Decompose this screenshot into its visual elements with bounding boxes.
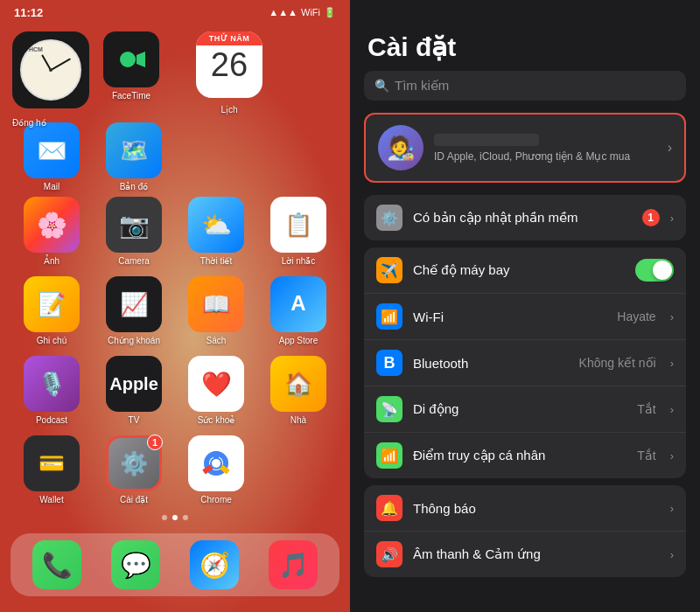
- wifi-chevron-icon: ›: [670, 310, 674, 323]
- reminder-app[interactable]: 📋 Lời nhắc: [257, 197, 340, 266]
- page-dots: [162, 515, 188, 520]
- bluetooth-row[interactable]: B Bluetooth Không kết nối ›: [364, 340, 686, 386]
- messages-dock-icon: 💬: [111, 540, 160, 589]
- mail-icon: ✉️: [24, 122, 80, 178]
- stocks-app[interactable]: 📈 Chứng khoán: [93, 276, 175, 345]
- camera-icon: 📷: [106, 197, 162, 253]
- podcast-app[interactable]: 🎙️ Podcast: [10, 356, 93, 425]
- maps-label: Bản đồ: [120, 182, 149, 191]
- appstore-app[interactable]: A App Store: [257, 276, 340, 345]
- stocks-icon: 📈: [106, 276, 162, 332]
- facetime-label: FaceTime: [112, 91, 150, 101]
- home-icon: 🏠: [270, 356, 326, 412]
- settings-panel: Cài đặt 🔍 Tìm kiếm 🧑‍🎨 ID Apple, iCloud,…: [350, 0, 700, 612]
- settings-status-bar: [350, 0, 700, 24]
- airplane-label: Chế độ máy bay: [413, 262, 625, 278]
- photos-app[interactable]: 🌸 Ảnh: [10, 197, 93, 266]
- search-icon: 🔍: [374, 79, 389, 93]
- clock-app-label: Đồng hồ: [12, 118, 46, 128]
- airplane-toggle[interactable]: [635, 259, 674, 282]
- apple-id-row[interactable]: 🧑‍🎨 ID Apple, iCloud, Phương tiện & Mục …: [364, 113, 686, 183]
- facetime-icon: [103, 31, 159, 87]
- apple-id-chevron-icon: ›: [668, 140, 672, 156]
- books-app[interactable]: 📖 Sách: [175, 276, 257, 345]
- messages-dock-app[interactable]: 💬: [111, 540, 160, 589]
- hotspot-row[interactable]: 📶 Điểm truy cập cá nhân Tắt ›: [364, 433, 686, 478]
- wifi-status-icon: WiFi: [301, 7, 320, 17]
- stocks-label: Chứng khoán: [108, 336, 160, 345]
- health-app[interactable]: ❤️ Sức khoẻ: [175, 356, 257, 425]
- clock-minute-hand: [51, 58, 71, 70]
- apple-id-info: ID Apple, iCloud, Phương tiện & Mục mua: [434, 134, 657, 163]
- wifi-label: Wi-Fi: [413, 309, 606, 324]
- facetime-app[interactable]: FaceTime: [103, 31, 159, 101]
- sound-chevron-icon: ›: [670, 548, 674, 561]
- phone-screen: 11:12 ▲▲▲ WiFi 🔋 HCM Đồng hồ FaceTime TH…: [0, 0, 350, 612]
- music-dock-app[interactable]: 🎵: [269, 540, 318, 589]
- settings-app[interactable]: ⚙️ 1 Cài đặt: [93, 435, 175, 504]
- calendar-widget[interactable]: THỨ NĂM 26: [196, 31, 262, 98]
- music-dock-icon: 🎵: [269, 540, 318, 589]
- tv-app[interactable]: Apple TV: [93, 356, 175, 425]
- mobile-label: Di động: [413, 401, 626, 417]
- wallet-app[interactable]: 💳 Wallet: [10, 435, 93, 504]
- notes-label: Ghi chú: [37, 336, 66, 345]
- mobile-icon: 📡: [376, 396, 402, 422]
- notes-app[interactable]: 📝 Ghi chú: [10, 276, 93, 345]
- calendar-app-label: Lịch: [220, 105, 237, 115]
- notifications-row[interactable]: 🔔 Thông báo ›: [364, 485, 686, 532]
- reminder-label: Lời nhắc: [282, 256, 316, 266]
- software-update-row[interactable]: ⚙️ Có bản cập nhật phần mềm 1 ›: [364, 195, 686, 240]
- clock-face: HCM: [20, 39, 81, 101]
- update-section: ⚙️ Có bản cập nhật phần mềm 1 ›: [364, 195, 686, 240]
- home-label: Nhà: [290, 415, 306, 425]
- update-chevron-icon: ›: [670, 212, 674, 225]
- wifi-row[interactable]: 📶 Wi-Fi Hayate ›: [364, 294, 686, 340]
- bluetooth-value: Không kết nối: [579, 356, 656, 370]
- update-label: Có bản cập nhật phần mềm: [413, 210, 632, 226]
- dot-1: [162, 515, 167, 520]
- dock: 📞 💬 🧭 🎵: [10, 533, 340, 596]
- notifications-group: 🔔 Thông báo › 🔊 Âm thanh & Cảm ứng ›: [364, 485, 686, 577]
- calendar-weekday: THỨ NĂM: [196, 31, 262, 45]
- update-icon: ⚙️: [376, 205, 402, 231]
- empty-icon: [270, 435, 326, 491]
- settings-title: Cài đặt: [350, 24, 700, 71]
- status-bar: 11:12 ▲▲▲ WiFi 🔋: [0, 0, 350, 24]
- hotspot-value: Tắt: [637, 449, 655, 462]
- chrome-app[interactable]: Chrome: [175, 435, 257, 504]
- airplane-icon: ✈️: [376, 257, 402, 283]
- bluetooth-label: Bluetooth: [413, 356, 569, 371]
- airplane-mode-row[interactable]: ✈️ Chế độ máy bay: [364, 247, 686, 294]
- mobile-row[interactable]: 📡 Di động Tắt ›: [364, 386, 686, 433]
- clock-location: HCM: [29, 46, 43, 52]
- mail-app[interactable]: ✉️ Mail: [10, 122, 93, 191]
- notification-icon: 🔔: [376, 495, 402, 521]
- clock-widget[interactable]: HCM: [12, 31, 89, 108]
- maps-app[interactable]: 🗺️ Bản đồ: [93, 122, 175, 191]
- books-label: Sách: [206, 336, 227, 345]
- svg-point-1: [120, 52, 136, 67]
- photos-label: Ảnh: [44, 256, 60, 266]
- weather-app[interactable]: ⛅ Thời tiết: [175, 197, 257, 266]
- wifi-value: Hayate: [617, 309, 655, 323]
- books-icon: 📖: [188, 276, 244, 332]
- bluetooth-icon: B: [376, 350, 402, 376]
- svg-point-9: [212, 459, 220, 468]
- app-grid: 🌸 Ảnh 📷 Camera ⛅ Thời tiết 📋 Lời nhắc 📝 …: [10, 197, 340, 504]
- sound-row[interactable]: 🔊 Âm thanh & Cảm ứng ›: [364, 532, 686, 577]
- update-badge: 1: [642, 209, 660, 226]
- settings-badge: 1: [147, 435, 163, 450]
- notifications-chevron-icon: ›: [670, 502, 674, 515]
- wallet-label: Wallet: [39, 495, 63, 504]
- camera-app[interactable]: 📷 Camera: [93, 197, 175, 266]
- home-app[interactable]: 🏠 Nhà: [257, 356, 340, 425]
- phone-dock-app[interactable]: 📞: [32, 540, 81, 589]
- podcast-label: Podcast: [36, 415, 67, 425]
- camera-label: Camera: [118, 256, 150, 266]
- apple-id-name-bar: [434, 134, 539, 146]
- safari-dock-app[interactable]: 🧭: [190, 540, 239, 589]
- search-bar[interactable]: 🔍 Tìm kiếm: [364, 71, 686, 101]
- reminder-icon: 📋: [270, 197, 326, 253]
- safari-dock-icon: 🧭: [190, 540, 239, 589]
